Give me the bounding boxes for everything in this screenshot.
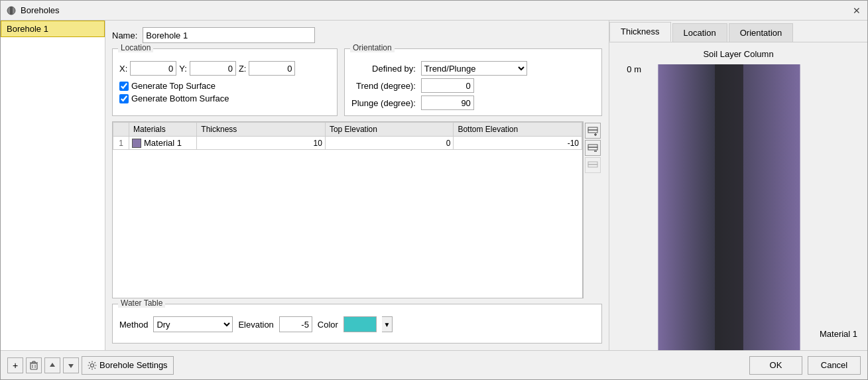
- gen-top-row: Generate Top Surface: [119, 81, 330, 91]
- y-input[interactable]: [190, 61, 236, 76]
- bottom-left: +: [7, 356, 174, 375]
- z-input[interactable]: [249, 61, 295, 76]
- borehole-list-item[interactable]: Borehole 1: [1, 21, 105, 37]
- gen-top-label: Generate Top Surface: [131, 81, 216, 91]
- svg-rect-3: [588, 130, 597, 133]
- svg-rect-13: [31, 363, 37, 369]
- up-icon: [48, 361, 56, 369]
- right-panel: Thickness Location Orientation Soil Laye…: [609, 21, 867, 350]
- move-down-button[interactable]: [63, 357, 79, 373]
- plunge-input[interactable]: [421, 95, 474, 110]
- color-button[interactable]: [343, 316, 377, 332]
- defined-by-label: Defined by:: [351, 64, 416, 74]
- trend-label: Trend (degree):: [351, 81, 416, 91]
- method-label: Method: [119, 320, 148, 330]
- move-row-icon: [588, 160, 598, 170]
- elevation-label: Elevation: [238, 320, 273, 330]
- z-label: Z:: [239, 64, 247, 74]
- tab-orientation[interactable]: Orientation: [729, 23, 794, 42]
- panels-row: Location X: Y: Z: Generate Top Surface: [112, 48, 602, 116]
- svg-rect-9: [588, 162, 597, 164]
- defined-by-select[interactable]: Trend/Plunge Dip/Dip Direction Vector: [421, 61, 527, 76]
- bottom-right: OK Cancel: [749, 356, 861, 375]
- x-label: X:: [119, 64, 127, 74]
- svg-rect-10: [588, 164, 597, 167]
- col-materials: Materials: [129, 123, 197, 137]
- method-select-wrap: Dry Elevation Piezometric: [153, 316, 233, 332]
- move-row-button[interactable]: [585, 157, 601, 173]
- move-up-button[interactable]: [44, 357, 60, 373]
- orientation-title: Orientation: [350, 43, 395, 52]
- down-icon: [67, 361, 75, 369]
- table-toolbar: [583, 121, 602, 298]
- svg-rect-12: [715, 64, 743, 350]
- borehole-settings-button[interactable]: Borehole Settings: [82, 356, 174, 375]
- boreholes-window: Boreholes ✕ Borehole 1 Name: Location X:: [0, 0, 868, 380]
- thickness-input[interactable]: [200, 139, 322, 148]
- gen-bottom-row: Generate Bottom Surface: [119, 94, 330, 103]
- table-row: 1 Material 1: [113, 137, 582, 150]
- main-content: Borehole 1 Name: Location X: Y:: [1, 21, 867, 350]
- top-elevation-input[interactable]: [328, 139, 451, 148]
- bottom-elevation-input[interactable]: [456, 139, 579, 148]
- row-num: 1: [113, 137, 129, 150]
- gen-top-checkbox[interactable]: [119, 82, 129, 91]
- color-label: Color: [318, 320, 338, 330]
- x-input[interactable]: [130, 61, 176, 76]
- water-table-row: Method Dry Elevation Piezometric Elevati…: [119, 316, 595, 332]
- svg-rect-1: [10, 7, 13, 15]
- delete-row-icon: [588, 143, 598, 153]
- material-cell-inner: Material 1: [132, 138, 194, 148]
- delete-borehole-button[interactable]: [26, 357, 42, 373]
- elevation-input[interactable]: [279, 316, 312, 332]
- name-label: Name:: [112, 31, 137, 40]
- settings-label: Borehole Settings: [99, 360, 168, 370]
- window-title: Boreholes: [21, 5, 60, 15]
- y-label: Y:: [179, 64, 187, 74]
- tab-location[interactable]: Location: [672, 23, 727, 42]
- titlebar-left: Boreholes: [6, 5, 60, 16]
- materials-table: Materials Thickness Top Elevation Bottom…: [113, 122, 582, 150]
- material-name-label: Material 1: [820, 329, 857, 339]
- col-num: [113, 123, 129, 137]
- cancel-button[interactable]: Cancel: [808, 356, 861, 375]
- add-row-button[interactable]: [585, 123, 601, 139]
- table-section: Materials Thickness Top Elevation Bottom…: [112, 121, 602, 298]
- app-icon: [6, 5, 17, 16]
- svg-rect-2: [588, 127, 597, 130]
- method-select[interactable]: Dry Elevation Piezometric: [153, 316, 233, 332]
- svg-rect-7: [588, 147, 597, 150]
- add-row-icon: [588, 125, 598, 136]
- trend-input[interactable]: [421, 78, 474, 93]
- top-elevation-cell[interactable]: [325, 137, 454, 150]
- gen-bottom-label: Generate Bottom Surface: [131, 94, 229, 103]
- viz-column: 0 m -10 m: [616, 64, 861, 350]
- xyz-row: X: Y: Z:: [119, 61, 330, 76]
- tabs-header: Thickness Location Orientation: [609, 21, 867, 42]
- borehole-list: Borehole 1: [1, 21, 105, 350]
- orientation-grid: Defined by: Trend/Plunge Dip/Dip Directi…: [351, 61, 595, 110]
- bottom-elevation-cell[interactable]: [454, 137, 582, 150]
- location-group: Location X: Y: Z: Generate Top Surface: [112, 48, 338, 116]
- gen-bottom-checkbox[interactable]: [119, 94, 129, 103]
- add-borehole-button[interactable]: +: [7, 357, 23, 373]
- material-label: Material 1: [814, 64, 861, 350]
- orientation-group: Orientation Defined by: Trend/Plunge Dip…: [344, 48, 602, 116]
- tab-thickness[interactable]: Thickness: [609, 22, 671, 42]
- delete-row-button[interactable]: [585, 140, 601, 156]
- thickness-cell[interactable]: [197, 137, 326, 150]
- visualization-area: Soil Layer Column 0 m -10 m: [609, 42, 867, 350]
- name-input[interactable]: [143, 27, 315, 43]
- materials-table-container: Materials Thickness Top Elevation Bottom…: [112, 121, 583, 298]
- depth-labels: 0 m -10 m: [616, 64, 644, 350]
- bottom-bar: +: [1, 350, 867, 379]
- ok-button[interactable]: OK: [749, 356, 802, 375]
- material-cell: Material 1: [129, 137, 197, 150]
- material-name: Material 1: [144, 138, 182, 148]
- col-bottom-elevation: Bottom Elevation: [454, 123, 582, 137]
- color-dropdown-button[interactable]: ▼: [382, 316, 393, 332]
- close-button[interactable]: ✕: [851, 5, 862, 16]
- col-top-elevation: Top Elevation: [325, 123, 454, 137]
- soil-column-svg: [644, 64, 814, 350]
- water-table-group: Water Table Method Dry Elevation Piezome…: [112, 304, 602, 344]
